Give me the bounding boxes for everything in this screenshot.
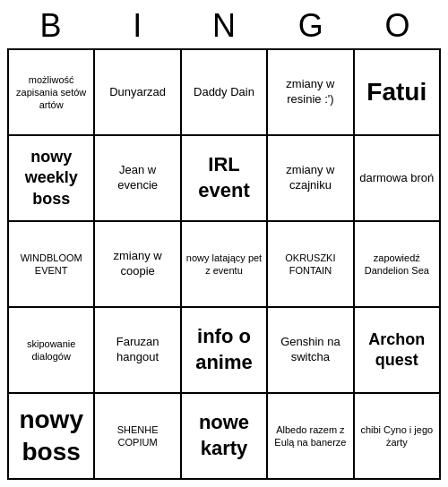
bingo-cell: WINDBLOOM EVENT — [9, 222, 95, 308]
bingo-cell: OKRUSZKI FONTAIN — [268, 222, 354, 308]
bingo-cell: Genshin na switcha — [268, 308, 354, 394]
bingo-cell: nowy latający pet z eventu — [182, 222, 268, 308]
bingo-cell: chibi Cyno i jego żarty — [355, 394, 441, 480]
bingo-cell: zmiany w czajniku — [268, 136, 354, 222]
bingo-cell: nowy boss — [9, 394, 95, 480]
bingo-cell: Albedo razem z Eulą na banerze — [268, 394, 354, 480]
bingo-cell: zapowiedź Dandelion Sea — [355, 222, 441, 308]
bingo-cell: zmiany w resinie :') — [268, 50, 354, 136]
bingo-cell: Fatui — [355, 50, 441, 136]
bingo-cell: info o anime — [182, 308, 268, 394]
bingo-cell: możliwość zapisania setów artów — [9, 50, 95, 136]
bingo-cell: Jean w evencie — [95, 136, 181, 222]
bingo-cell: skipowanie dialogów — [9, 308, 95, 394]
letter-b: B — [11, 7, 90, 45]
bingo-cell: darmowa broń — [355, 136, 441, 222]
bingo-cell: Dunyarzad — [95, 50, 181, 136]
bingo-cell: SHENHE COPIUM — [95, 394, 181, 480]
bingo-grid: możliwość zapisania setów artówDunyarzad… — [7, 48, 441, 480]
bingo-cell: zmiany w coopie — [95, 222, 181, 308]
bingo-cell: nowe karty — [182, 394, 268, 480]
letter-g: G — [271, 7, 350, 45]
bingo-cell: Archon quest — [355, 308, 441, 394]
letter-o: O — [358, 7, 437, 45]
bingo-cell: Daddy Dain — [182, 50, 268, 136]
bingo-header: B I N G O — [7, 7, 441, 45]
bingo-cell: IRL event — [182, 136, 268, 222]
bingo-cell: Faruzan hangout — [95, 308, 181, 394]
letter-n: N — [185, 7, 263, 45]
letter-i: I — [98, 7, 177, 45]
bingo-cell: nowy weekly boss — [9, 136, 95, 222]
